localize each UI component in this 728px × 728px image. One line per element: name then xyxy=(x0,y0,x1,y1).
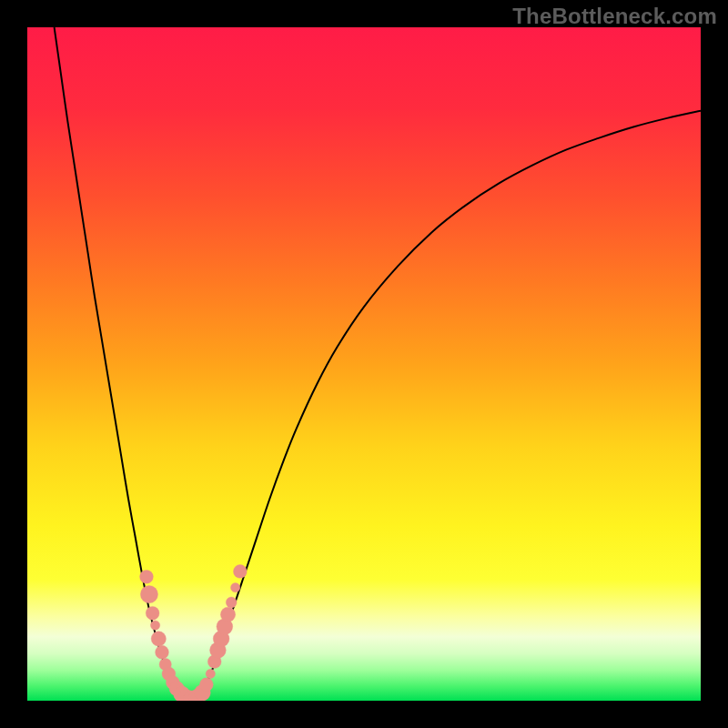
data-marker xyxy=(150,621,159,630)
data-marker xyxy=(156,645,169,659)
data-marker xyxy=(206,669,215,678)
chart-svg xyxy=(27,27,701,701)
data-marker xyxy=(230,583,239,592)
chart-frame: TheBottleneck.com xyxy=(0,0,728,728)
data-marker xyxy=(199,678,213,692)
data-marker xyxy=(146,606,159,620)
data-marker xyxy=(140,585,157,602)
data-marker xyxy=(151,632,166,646)
data-marker xyxy=(233,565,247,579)
data-marker xyxy=(220,607,235,622)
plot-area xyxy=(27,27,701,701)
data-marker xyxy=(226,597,237,608)
data-marker xyxy=(140,570,154,583)
watermark-text: TheBottleneck.com xyxy=(512,4,717,29)
data-markers xyxy=(140,565,248,701)
